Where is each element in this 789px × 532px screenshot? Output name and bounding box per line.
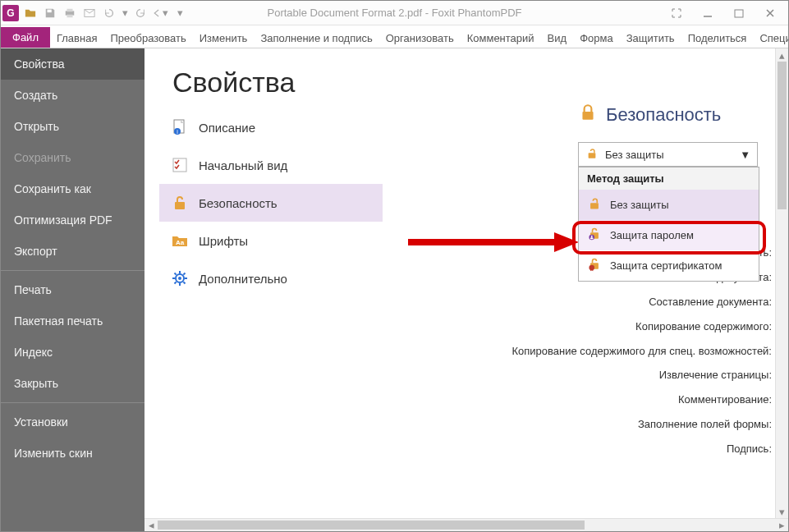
category-advanced[interactable]: Дополнительно — [159, 259, 383, 297]
undo-dropdown-icon[interactable]: ▾ — [121, 5, 129, 21]
ribbon-tab[interactable]: Организовать — [379, 28, 461, 48]
vertical-scrollbar[interactable]: ▴ ▾ — [775, 48, 788, 518]
category-list: i Описание Начальный вид Безопасность — [144, 108, 383, 297]
ribbon-tab[interactable]: Поделиться — [681, 28, 754, 48]
perm-label: Подпись: — [511, 437, 772, 461]
undo-all-icon[interactable]: ▾ — [152, 5, 168, 21]
option-certificate-protection[interactable]: Защита сертификатом — [579, 250, 759, 281]
nav-change-skin[interactable]: Изменить скин — [1, 438, 144, 469]
category-label: Описание — [199, 121, 255, 135]
category-initial-view[interactable]: Начальный вид — [159, 146, 383, 184]
scroll-thumb[interactable] — [158, 521, 585, 530]
svg-line-22 — [175, 282, 177, 283]
ribbon-tab-file[interactable]: Файл — [1, 27, 50, 48]
nav-batch-print[interactable]: Пакетная печать — [1, 305, 144, 337]
category-fonts[interactable]: Aa Шрифты — [159, 222, 383, 259]
ribbon-tab[interactable]: Преобразовать — [103, 28, 192, 48]
security-heading-label: Безопасность — [606, 104, 721, 126]
perm-label: Копирование содержимого для спец. возмож… — [511, 339, 772, 364]
scroll-left-icon[interactable]: ◂ — [144, 519, 158, 531]
open-icon[interactable] — [22, 5, 39, 21]
window-controls — [665, 5, 788, 21]
svg-line-21 — [183, 273, 185, 275]
nav-optimize[interactable]: Оптимизация PDF — [1, 204, 144, 236]
ribbon-tab[interactable]: Главная — [50, 28, 103, 48]
nav-create[interactable]: Создать — [1, 80, 144, 111]
print-icon[interactable] — [62, 5, 78, 21]
category-label: Шрифты — [199, 234, 248, 248]
ribbon-tab[interactable]: Вид — [541, 28, 574, 48]
app-icon[interactable]: G — [2, 5, 19, 21]
option-no-protection[interactable]: Без защиты — [579, 190, 759, 220]
save-icon[interactable] — [42, 5, 58, 21]
content-pane: Свойства i Описание Начальный вид — [144, 48, 788, 531]
scroll-right-icon[interactable]: ▸ — [775, 519, 788, 531]
maximize-icon[interactable] — [727, 5, 750, 21]
nav-save-as[interactable]: Сохранить как — [1, 173, 144, 204]
security-heading: Безопасность — [578, 103, 759, 127]
svg-line-20 — [183, 282, 185, 283]
lock-icon — [578, 103, 598, 127]
ribbon-tab[interactable]: Защитить — [620, 28, 681, 48]
lock-open-icon — [585, 147, 599, 163]
category-description[interactable]: i Описание — [159, 108, 383, 146]
ribbon-tab[interactable]: Специальные — [753, 28, 789, 48]
close-icon[interactable] — [759, 5, 782, 21]
dropdown-value: Без защиты — [605, 149, 664, 161]
list-check-icon — [171, 156, 189, 174]
category-security[interactable]: Безопасность — [159, 184, 383, 222]
perm-label: Заполнение полей формы: — [511, 412, 772, 437]
svg-point-27 — [589, 235, 594, 241]
nav-properties[interactable]: Свойства — [1, 48, 144, 80]
svg-line-19 — [175, 273, 177, 275]
svg-rect-2 — [67, 8, 73, 11]
ribbon-tab[interactable]: Заполнение и подпись — [254, 28, 378, 48]
svg-rect-3 — [67, 14, 73, 17]
svg-rect-0 — [48, 9, 52, 12]
page-title: Свойства — [172, 66, 775, 99]
ribbon-tab[interactable]: Форма — [573, 28, 620, 48]
content-scroll: Свойства i Описание Начальный вид — [144, 48, 775, 518]
nav-close[interactable]: Закрыть — [1, 368, 144, 399]
svg-rect-25 — [590, 203, 599, 209]
perm-label: Составление документа: — [511, 290, 772, 314]
option-label: Без защиты — [610, 199, 669, 211]
nav-export[interactable]: Экспорт — [1, 236, 144, 267]
ribbon-tab[interactable]: Изменить — [193, 28, 255, 48]
title-bar: G ▾ ▾ ▾ Portable Document Format 2.pdf -… — [1, 1, 788, 25]
perm-label: Копирование содержимого: — [511, 314, 772, 339]
gear-icon — [171, 269, 189, 287]
scroll-thumb[interactable] — [778, 62, 787, 209]
protection-method-dropdown[interactable]: Без защиты ▼ Метод защиты Без защиты Защ… — [578, 142, 758, 167]
nav-index[interactable]: Индекс — [1, 337, 144, 368]
svg-text:Aa: Aa — [176, 239, 185, 246]
nav-preferences[interactable]: Установки — [1, 406, 144, 438]
category-label: Безопасность — [199, 196, 278, 210]
perm-label: Комментирование: — [511, 388, 772, 412]
nav-print[interactable]: Печать — [1, 274, 144, 305]
backstage-nav: Свойства Создать Открыть Сохранить Сохра… — [1, 48, 144, 531]
option-password-protection[interactable]: Защита паролем — [579, 220, 759, 250]
ribbon-tabs: Файл Главная Преобразовать Изменить Запо… — [1, 25, 788, 48]
fullscreen-icon[interactable] — [665, 5, 688, 21]
security-panel: Безопасность Без защиты ▼ Метод защиты Б… — [578, 103, 759, 167]
qat-customize-icon[interactable]: ▾ — [172, 5, 188, 21]
lock-open-icon — [171, 194, 189, 212]
ribbon-tab[interactable]: Комментарий — [461, 28, 541, 48]
scroll-up-icon[interactable]: ▴ — [776, 48, 788, 62]
horizontal-scrollbar[interactable]: ◂ ▸ — [144, 518, 788, 531]
nav-separator — [1, 270, 144, 271]
undo-icon[interactable] — [101, 5, 117, 21]
option-label: Защита паролем — [610, 229, 694, 241]
lock-open-icon — [587, 196, 602, 213]
redo-icon[interactable] — [132, 5, 149, 21]
font-folder-icon: Aa — [171, 232, 189, 250]
lock-cert-icon — [587, 257, 602, 274]
email-icon[interactable] — [81, 5, 98, 21]
minimize-icon[interactable] — [696, 5, 719, 21]
page-info-icon: i — [171, 118, 189, 136]
nav-open[interactable]: Открыть — [1, 111, 144, 142]
scroll-down-icon[interactable]: ▾ — [776, 505, 788, 518]
chevron-down-icon: ▼ — [740, 149, 750, 161]
nav-separator — [1, 402, 144, 403]
